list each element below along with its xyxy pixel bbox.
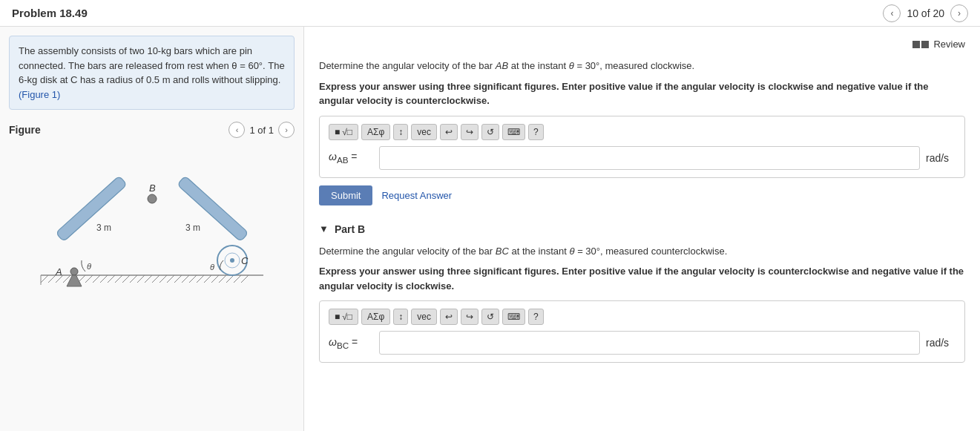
part-a-section: Determine the angular velocity of the ba… xyxy=(319,59,965,205)
part-b-bold: Express your answer using three signific… xyxy=(319,264,965,293)
svg-line-10 xyxy=(100,275,108,283)
part-b-input-row: ωBC = rad/s xyxy=(329,331,956,355)
redo-btn[interactable]: ↪ xyxy=(461,124,479,140)
part-b-section: ▼ Part B Determine the angular velocity … xyxy=(319,223,965,363)
problem-title: Problem 18.49 xyxy=(12,7,88,19)
svg-line-27 xyxy=(226,275,234,283)
svg-line-23 xyxy=(197,275,204,283)
review-bar: Review xyxy=(319,39,965,50)
svg-text:3 m: 3 m xyxy=(185,223,200,233)
undo-btn[interactable]: ↩ xyxy=(440,124,458,140)
svg-line-20 xyxy=(174,275,182,283)
help-btn[interactable]: ? xyxy=(528,124,544,140)
part-b-redo-btn[interactable]: ↪ xyxy=(461,309,479,325)
figure-header: Figure ‹ 1 of 1 › xyxy=(9,122,295,138)
part-b-help-btn[interactable]: ? xyxy=(528,309,544,325)
svg-line-17 xyxy=(152,275,160,283)
svg-line-19 xyxy=(167,275,174,283)
part-b-input-label: ωBC = xyxy=(329,336,373,350)
figure-nav: ‹ 1 of 1 › xyxy=(228,122,295,138)
greek-btn[interactable]: ΑΣφ xyxy=(361,124,390,140)
part-b-math-icon: ■ xyxy=(335,312,340,322)
page-count: 10 of 20 xyxy=(907,7,944,19)
svg-line-29 xyxy=(241,275,249,283)
part-a-answer-box: ■ √□ ΑΣφ ↕ vec ↩ ↪ ↺ ⌨ ? ωAB = rad/s xyxy=(319,116,965,178)
svg-line-11 xyxy=(108,275,115,283)
figure-diagram: A B C 3 m 3 m xyxy=(9,145,295,301)
top-bar: Problem 18.49 ‹ 10 of 20 › xyxy=(0,0,980,27)
svg-point-38 xyxy=(230,258,234,263)
part-b-vec-btn[interactable]: vec xyxy=(411,309,437,325)
figure-prev-button[interactable]: ‹ xyxy=(228,122,245,138)
svg-line-21 xyxy=(182,275,189,283)
part-a-input-row: ωAB = rad/s xyxy=(329,146,956,170)
svg-line-13 xyxy=(122,275,130,283)
svg-rect-30 xyxy=(56,176,127,242)
part-a-bold: Express your answer using three signific… xyxy=(319,79,965,108)
part-b-header: ▼ Part B xyxy=(319,223,965,235)
svg-text:θ: θ xyxy=(210,263,214,272)
part-b-math-btn[interactable]: ■ √□ xyxy=(329,309,358,325)
part-a-unit: rad/s xyxy=(926,152,956,164)
main-layout: The assembly consists of two 10-kg bars … xyxy=(0,27,980,431)
left-panel: The assembly consists of two 10-kg bars … xyxy=(0,27,304,431)
svg-line-28 xyxy=(234,275,241,283)
review-button[interactable]: Review xyxy=(912,39,965,50)
svg-text:B: B xyxy=(149,182,156,194)
submit-button[interactable]: Submit xyxy=(319,185,372,205)
collapse-arrow[interactable]: ▼ xyxy=(319,223,329,234)
svg-text:A: A xyxy=(55,266,62,277)
svg-line-26 xyxy=(219,275,226,283)
part-a-toolbar: ■ √□ ΑΣφ ↕ vec ↩ ↪ ↺ ⌨ ? xyxy=(329,124,956,140)
problem-text: The assembly consists of two 10-kg bars … xyxy=(19,45,285,85)
part-b-label: Part B xyxy=(335,223,365,235)
svg-line-25 xyxy=(211,275,219,283)
review-label: Review xyxy=(933,39,965,50)
math-btn[interactable]: ■ √□ xyxy=(329,124,358,140)
part-b-arrows-btn[interactable]: ↕ xyxy=(393,309,408,325)
svg-line-18 xyxy=(160,275,167,283)
part-b-keyboard-btn[interactable]: ⌨ xyxy=(502,309,525,325)
figure-next-button[interactable]: › xyxy=(278,122,295,138)
svg-line-22 xyxy=(189,275,197,283)
part-b-input[interactable] xyxy=(379,331,920,355)
review-icon xyxy=(912,41,929,48)
figure-link[interactable]: (Figure 1) xyxy=(19,89,60,100)
part-b-undo-btn[interactable]: ↩ xyxy=(440,309,458,325)
svg-text:θ: θ xyxy=(87,262,91,271)
svg-line-12 xyxy=(115,275,122,283)
figure-section: Figure ‹ 1 of 1 › xyxy=(9,122,295,422)
figure-svg: A B C 3 m 3 m xyxy=(26,145,278,301)
problem-text-box: The assembly consists of two 10-kg bars … xyxy=(9,36,295,110)
part-a-input[interactable] xyxy=(379,146,920,170)
part-b-refresh-btn[interactable]: ↺ xyxy=(481,309,499,325)
part-a-intro: Determine the angular velocity of the ba… xyxy=(319,59,965,73)
part-b-greek-btn[interactable]: ΑΣφ xyxy=(361,309,390,325)
part-b-toolbar: ■ √□ ΑΣφ ↕ vec ↩ ↪ ↺ ⌨ ? xyxy=(329,309,956,325)
part-a-input-label: ωAB = xyxy=(329,151,373,165)
vec-btn[interactable]: vec xyxy=(411,124,437,140)
math-icon: ■ xyxy=(335,127,340,137)
part-a-actions: Submit Request Answer xyxy=(319,185,965,205)
right-panel: Review Determine the angular velocity of… xyxy=(304,27,980,431)
part-b-unit: rad/s xyxy=(926,337,956,349)
prev-problem-button[interactable]: ‹ xyxy=(883,4,901,22)
svg-line-24 xyxy=(204,275,211,283)
request-answer-button[interactable]: Request Answer xyxy=(381,190,452,201)
part-b-answer-box: ■ √□ ΑΣφ ↕ vec ↩ ↪ ↺ ⌨ ? ωBC = rad/s xyxy=(319,300,965,363)
svg-line-8 xyxy=(85,275,93,283)
arrows-btn[interactable]: ↕ xyxy=(393,124,408,140)
svg-point-35 xyxy=(148,194,157,203)
svg-line-9 xyxy=(93,275,100,283)
figure-page: 1 of 1 xyxy=(249,125,274,136)
next-problem-button[interactable]: › xyxy=(950,4,968,22)
figure-label: Figure xyxy=(9,124,41,136)
refresh-btn[interactable]: ↺ xyxy=(481,124,499,140)
part-b-intro: Determine the angular velocity of the ba… xyxy=(319,244,965,259)
keyboard-btn[interactable]: ⌨ xyxy=(502,124,525,140)
svg-text:C: C xyxy=(241,255,249,266)
nav-controls: ‹ 10 of 20 › xyxy=(883,4,968,22)
svg-text:3 m: 3 m xyxy=(96,223,111,233)
svg-point-33 xyxy=(70,268,78,275)
svg-line-15 xyxy=(137,275,145,283)
